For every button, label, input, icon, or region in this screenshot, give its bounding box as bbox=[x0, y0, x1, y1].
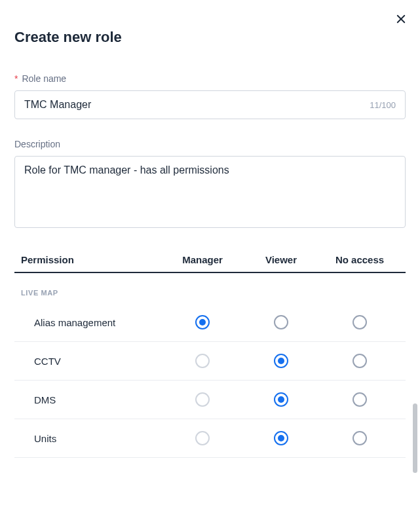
header-noaccess: No access bbox=[320, 254, 399, 265]
radio-cell-viewer bbox=[242, 354, 320, 368]
radio-cell-noAccess bbox=[320, 315, 399, 329]
radio-manager bbox=[195, 354, 210, 368]
description-input[interactable] bbox=[24, 164, 396, 217]
scrollbar-thumb[interactable] bbox=[413, 403, 417, 473]
permissions-header: Permission Manager Viewer No access bbox=[14, 248, 406, 273]
radio-viewer[interactable] bbox=[274, 315, 288, 329]
permission-row: DMS bbox=[14, 381, 406, 419]
header-viewer: Viewer bbox=[242, 254, 320, 265]
radio-viewer[interactable] bbox=[274, 392, 288, 407]
section-label-livemap: LIVE MAP bbox=[14, 273, 406, 303]
permissions-table: Permission Manager Viewer No access LIVE… bbox=[14, 248, 406, 458]
permission-row: Units bbox=[14, 419, 406, 458]
header-permission: Permission bbox=[21, 254, 163, 265]
radio-cell-noAccess bbox=[320, 392, 399, 407]
required-indicator: * bbox=[14, 73, 18, 84]
radio-cell-viewer bbox=[242, 315, 320, 329]
radio-manager[interactable] bbox=[195, 315, 210, 329]
close-button[interactable] bbox=[394, 12, 408, 26]
permission-name: CCTV bbox=[21, 356, 163, 367]
radio-cell-manager bbox=[163, 354, 242, 368]
radio-cell-noAccess bbox=[320, 431, 399, 445]
header-manager: Manager bbox=[163, 254, 242, 265]
radio-noAccess[interactable] bbox=[353, 392, 367, 407]
radio-noAccess[interactable] bbox=[353, 315, 367, 329]
page-title: Create new role bbox=[14, 29, 406, 46]
permission-name: DMS bbox=[21, 394, 163, 405]
radio-noAccess[interactable] bbox=[353, 431, 367, 445]
radio-cell-manager bbox=[163, 392, 242, 407]
radio-cell-viewer bbox=[242, 431, 320, 445]
role-name-label: Role name bbox=[22, 73, 66, 84]
radio-viewer[interactable] bbox=[274, 431, 288, 445]
radio-cell-noAccess bbox=[320, 354, 399, 368]
permission-row: CCTV bbox=[14, 342, 406, 381]
role-name-char-count: 11/100 bbox=[370, 100, 396, 110]
permission-row: Alias management bbox=[14, 303, 406, 342]
role-name-field: * Role name 11/100 bbox=[14, 73, 406, 119]
radio-noAccess[interactable] bbox=[353, 354, 367, 368]
role-name-input[interactable] bbox=[24, 99, 370, 111]
radio-manager bbox=[195, 392, 210, 407]
close-icon bbox=[395, 13, 407, 25]
permission-name: Alias management bbox=[21, 317, 163, 328]
description-field: Description bbox=[14, 139, 406, 228]
permission-name: Units bbox=[21, 433, 163, 444]
description-label: Description bbox=[14, 139, 60, 149]
radio-cell-manager bbox=[163, 315, 242, 329]
radio-viewer[interactable] bbox=[274, 354, 288, 368]
radio-manager bbox=[195, 431, 210, 445]
radio-cell-manager bbox=[163, 431, 242, 445]
radio-cell-viewer bbox=[242, 392, 320, 407]
